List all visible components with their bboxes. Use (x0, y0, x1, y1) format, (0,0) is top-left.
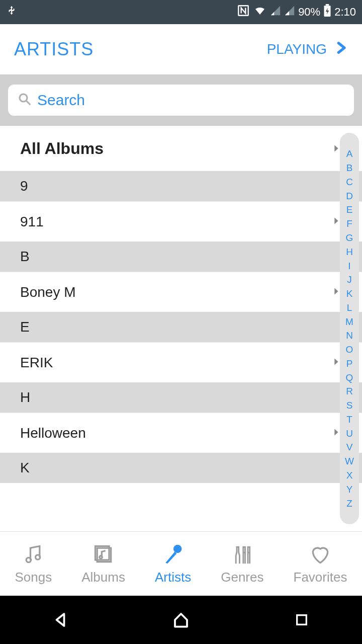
wifi-icon (253, 5, 267, 20)
all-albums-row[interactable]: All Albums (0, 126, 362, 171)
svg-point-3 (20, 94, 27, 102)
usb-icon (6, 4, 17, 21)
index-letter[interactable]: Q (346, 373, 353, 382)
index-letter[interactable]: P (346, 359, 353, 368)
signal-2-icon (284, 5, 295, 19)
index-letter[interactable]: E (346, 205, 353, 214)
svg-point-10 (173, 545, 182, 553)
svg-rect-2 (326, 4, 329, 6)
index-letter[interactable]: C (346, 177, 353, 187)
index-letter[interactable]: W (345, 456, 354, 466)
tab-artists[interactable]: Artists (155, 542, 191, 585)
tab-songs[interactable]: Songs (15, 542, 52, 585)
recent-apps-button[interactable] (290, 608, 314, 632)
artist-row[interactable]: ERIK (0, 342, 362, 382)
svg-point-9 (99, 556, 102, 559)
home-button[interactable] (169, 608, 193, 632)
svg-rect-11 (297, 615, 307, 625)
index-letter[interactable]: M (345, 317, 353, 327)
index-letter[interactable]: U (346, 429, 353, 438)
artist-name: ERIK (20, 355, 53, 371)
section-header: H (0, 382, 362, 413)
bottom-nav: Songs Albums Artists Genres Favorites (0, 531, 362, 596)
index-letter[interactable]: D (346, 191, 353, 201)
battery-percent: 90% (298, 6, 320, 19)
signal-1-icon (270, 5, 281, 19)
index-letter[interactable]: V (346, 442, 353, 452)
battery-charging-icon (323, 4, 331, 20)
index-letter[interactable]: A (346, 149, 353, 158)
section-header-label: 9 (20, 178, 28, 194)
section-header-label: B (20, 249, 30, 265)
tab-albums[interactable]: Albums (81, 542, 125, 585)
index-letter[interactable]: Y (346, 485, 353, 494)
heart-icon (308, 542, 332, 567)
tab-favorites[interactable]: Favorites (294, 542, 347, 585)
index-letter[interactable]: I (348, 261, 350, 271)
system-navbar (0, 596, 362, 644)
index-letter[interactable]: S (346, 400, 353, 410)
artist-list-container: All Albums 9 911 B Boney M E ERIK H (0, 126, 362, 531)
tab-genres[interactable]: Genres (221, 542, 263, 585)
index-letter[interactable]: J (347, 275, 352, 284)
status-right: 90% 2:10 (237, 4, 356, 20)
search-section: Search (0, 74, 362, 126)
guitar-icon (230, 542, 254, 567)
tab-label: Songs (15, 570, 52, 585)
now-playing-button[interactable]: PLAYING (267, 38, 348, 61)
artist-name: Boney M (20, 284, 76, 300)
alphabet-index[interactable]: A B C D E F G H I J K L M N O P Q R S T … (340, 133, 359, 524)
tab-label: Albums (81, 570, 125, 585)
microphone-icon (161, 542, 185, 567)
album-icon (92, 542, 116, 567)
tab-label: Favorites (294, 570, 347, 585)
section-header-label: H (20, 389, 30, 406)
artist-name: 911 (20, 214, 44, 230)
index-letter[interactable]: H (346, 247, 353, 257)
section-header-label: K (20, 460, 30, 476)
section-header-label: E (20, 319, 30, 335)
section-header: 9 (0, 171, 362, 201)
index-letter[interactable]: T (346, 415, 352, 424)
artist-name: Helloween (20, 425, 86, 441)
artist-row[interactable]: 911 (0, 201, 362, 242)
app-header: ARTISTS PLAYING (0, 24, 362, 74)
index-letter[interactable]: K (346, 289, 353, 298)
tab-label: Artists (155, 570, 191, 585)
status-left (6, 4, 17, 21)
artist-row[interactable]: Helloween (0, 413, 362, 453)
index-letter[interactable]: N (346, 331, 353, 340)
search-icon (17, 92, 32, 109)
index-letter[interactable]: L (347, 303, 352, 312)
playing-label: PLAYING (267, 41, 327, 57)
status-time: 2:10 (334, 6, 356, 19)
svg-point-5 (27, 557, 31, 562)
tab-label: Genres (221, 570, 263, 585)
index-letter[interactable]: F (346, 219, 352, 228)
section-header: K (0, 453, 362, 483)
all-albums-label: All Albums (20, 139, 104, 158)
back-button[interactable] (48, 608, 72, 632)
index-letter[interactable]: B (346, 163, 353, 173)
nfc-icon (237, 4, 250, 20)
index-letter[interactable]: R (346, 386, 353, 396)
page-title: ARTISTS (14, 39, 94, 60)
artist-row[interactable]: Boney M (0, 272, 362, 312)
section-header: E (0, 312, 362, 342)
artist-list[interactable]: All Albums 9 911 B Boney M E ERIK H (0, 126, 362, 531)
section-header: B (0, 242, 362, 272)
index-letter[interactable]: X (346, 470, 353, 480)
index-letter[interactable]: G (346, 233, 353, 243)
index-letter[interactable]: Z (346, 499, 352, 508)
search-placeholder: Search (37, 92, 85, 109)
status-bar: 90% 2:10 (0, 0, 362, 24)
svg-line-4 (27, 101, 31, 105)
index-letter[interactable]: O (346, 345, 353, 354)
chevron-right-icon (334, 38, 348, 61)
music-note-icon (21, 542, 45, 567)
svg-point-6 (36, 555, 40, 559)
search-input[interactable]: Search (8, 85, 354, 116)
